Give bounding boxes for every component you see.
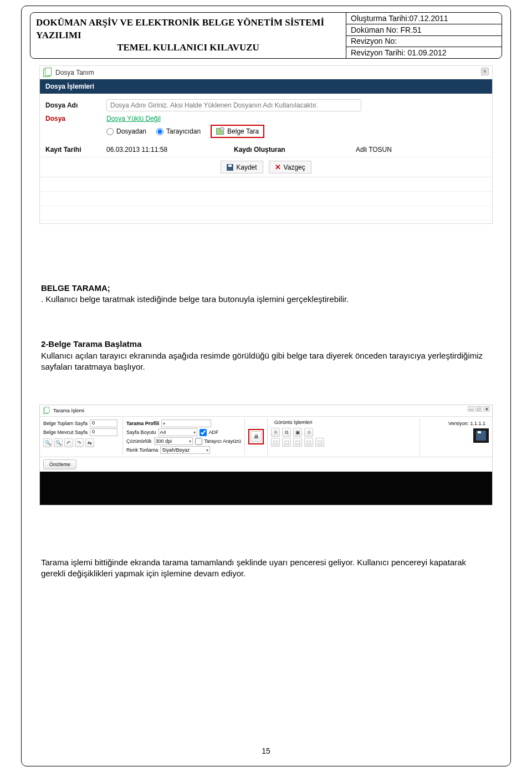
current-pages-input[interactable]: 0 (90, 428, 117, 436)
page-number: 15 (0, 747, 532, 755)
para-3: Tarama işlemi bittiğinde ekranda tarama … (41, 557, 491, 580)
maximize-icon[interactable]: □ (475, 406, 482, 412)
save-label: Kaydet (236, 163, 257, 171)
rotate-right-icon[interactable]: ↷ (75, 438, 84, 447)
radio-from-scanner[interactable]: Tarayıcıdan (156, 127, 201, 135)
scanner-ui-label: Tarayıcı Arayüzü (204, 438, 242, 444)
document-icon (43, 68, 52, 77)
cancel-button[interactable]: ✕ Vazgeç (269, 161, 311, 173)
op-icon-8[interactable]: ⬚ (304, 438, 313, 447)
header-title-line1: DOKÜMAN ARŞİV VE ELEKTRONİK BELGE YÖNETİ… (36, 17, 340, 42)
header-title: DOKÜMAN ARŞİV VE ELEKTRONİK BELGE YÖNETİ… (30, 13, 346, 58)
radio-from-scanner-input[interactable] (156, 128, 163, 135)
profile-select[interactable] (161, 420, 211, 427)
body-text-block-1: BELGE TARAMA; . Kullanıcı belge taratmak… (41, 283, 491, 372)
belge-tara-button[interactable]: Belge Tara (211, 125, 264, 138)
color-select[interactable]: Siyah/Beyaz (160, 446, 210, 454)
scan-icon (216, 128, 224, 135)
body-text-block-2: Tarama işlemi bittiğinde ekranda tarama … (41, 557, 491, 580)
op-icon-6[interactable]: ⬚ (282, 438, 291, 447)
version-label: Versiyon: 1.1.1.1 (445, 420, 489, 427)
file-label: Dosya (45, 115, 101, 122)
document-header: DOKÜMAN ARŞİV VE ELEKTRONİK BELGE YÖNETİ… (30, 12, 502, 59)
total-pages-input[interactable]: 0 (90, 420, 117, 427)
image-ops-label: Görüntü İşlemleri (271, 420, 416, 427)
preview-area (40, 472, 492, 505)
no-file-link[interactable]: Dosya Yüklü Değil (106, 115, 161, 122)
screenshot-dosya-tanim: Dosya Tanım ✕ Dosya İşlemleri Dosya Adı … (39, 65, 493, 224)
total-pages-label: Belge Toplam Sayfa (43, 421, 88, 426)
pagesize-select[interactable]: A4 (158, 428, 197, 436)
resolution-select[interactable]: 300 dpi (154, 437, 193, 445)
fit-icon[interactable]: ⇆ (85, 438, 94, 447)
op-icon-4[interactable]: ⎚ (304, 428, 313, 437)
cancel-label: Vazgeç (284, 163, 305, 171)
meta-created: Oluşturma Tarihi:07.12.2011 (346, 13, 502, 24)
dialog-title-bar: Dosya Tanım ✕ (40, 66, 492, 79)
dialog-title: Dosya Tanım (55, 69, 94, 76)
save-scan-button[interactable] (473, 428, 489, 443)
creator-label: Kaydı Oluşturan (234, 146, 317, 154)
op-icon-5[interactable]: ⬚ (271, 438, 280, 447)
radio-from-file[interactable]: Dosyadan (106, 127, 146, 135)
empty-grid (40, 177, 492, 221)
save-icon (476, 431, 486, 441)
preview-button[interactable]: Önizleme (43, 459, 76, 469)
para-2: Kullanıcı açılan tarayıcı ekranında aşağ… (41, 350, 491, 373)
scanner-icon: 🖶 (250, 431, 262, 442)
rotate-left-icon[interactable]: ↶ (64, 438, 73, 447)
op-icon-7[interactable]: ⬚ (293, 438, 302, 447)
belge-tara-label: Belge Tara (227, 127, 259, 135)
pagesize-label: Sayfa Boyutu (126, 430, 156, 435)
heading-belge-tarama: BELGE TARAMA; (41, 283, 491, 294)
close-icon[interactable]: ✕ (483, 406, 490, 412)
para-1: . Kullanıcı belge taratmak istediğinde b… (41, 294, 491, 305)
file-name-label: Dosya Adı (45, 101, 101, 109)
close-icon[interactable]: ✕ (481, 68, 489, 75)
minimize-icon[interactable]: — (468, 406, 474, 412)
section-header: Dosya İşlemleri (40, 79, 492, 94)
start-scan-button[interactable]: 🖶 (248, 429, 264, 444)
save-button[interactable]: Kaydet (221, 161, 263, 173)
op-icon-1[interactable]: ⎘ (271, 428, 280, 437)
scanner-ui-checkbox[interactable] (195, 438, 202, 445)
created-date-label: Kayıt Tarihi (45, 146, 101, 154)
header-meta: Oluşturma Tarihi:07.12.2011 Doküman No: … (346, 13, 502, 58)
scan-dialog-titlebar: Tarama İşlemi — □ ✕ (40, 405, 492, 417)
header-title-line2: TEMEL KULLANICI KILAVUZU (117, 42, 259, 54)
save-icon (227, 164, 233, 171)
adf-checkbox[interactable] (200, 429, 207, 436)
op-icon-2[interactable]: ⧉ (282, 428, 291, 437)
radio-from-file-label: Dosyadan (116, 127, 146, 135)
op-icon-9[interactable]: ⬚ (315, 438, 324, 447)
scan-dialog-title: Tarama İşlemi (53, 408, 84, 413)
file-name-input[interactable] (106, 99, 361, 111)
resolution-label: Çözünürlük (126, 438, 152, 444)
meta-docno: Doküman No: FR.51 (346, 24, 502, 36)
zoom-out-icon[interactable]: 🔍 (54, 438, 63, 447)
op-icon-3[interactable]: ▣ (293, 428, 302, 437)
heading-2: 2-Belge Tarama Başlatma (41, 339, 491, 350)
close-icon: ✕ (275, 163, 281, 171)
creator-value: Adli TOSUN (356, 146, 422, 154)
document-icon (43, 407, 50, 414)
zoom-in-icon[interactable]: 🔍 (43, 438, 52, 447)
created-date-value: 06.03.2013 11:11:58 (106, 146, 195, 154)
meta-revno: Revizyon No: (346, 36, 502, 48)
color-label: Renk Tonlama (126, 447, 158, 453)
adf-label: ADF (209, 430, 219, 435)
current-pages-label: Belge Mevcut Sayfa (43, 430, 88, 435)
profile-group-label: Tarama Profili (126, 421, 159, 426)
radio-from-scanner-label: Tarayıcıdan (166, 127, 201, 135)
screenshot-tarama-islemi: Tarama İşlemi — □ ✕ Belge Toplam Sayfa 0… (39, 405, 493, 505)
meta-revdate: Revizyon Tarihi: 01.09.2012 (346, 47, 502, 58)
radio-from-file-input[interactable] (106, 128, 114, 135)
